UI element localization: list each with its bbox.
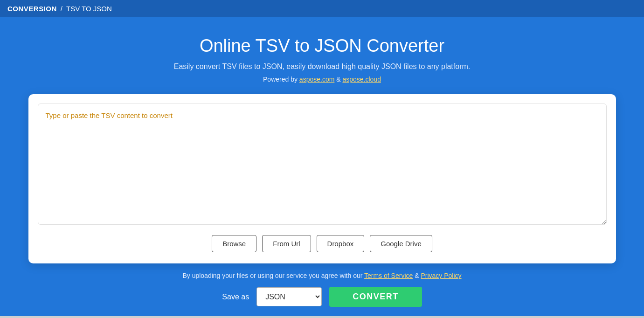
convert-row: Save as JSONXMLCSVXLSX CONVERT [222,287,422,307]
browse-button[interactable]: Browse [212,235,256,252]
save-as-label: Save as [222,293,249,301]
google-drive-button[interactable]: Google Drive [370,235,432,252]
aspose-com-link[interactable]: aspose.com [299,76,334,83]
powered-by-text: Powered by aspose.com & aspose.cloud [263,76,381,83]
upload-buttons-row: Browse From Url Dropbox Google Drive [38,235,607,252]
format-select[interactable]: JSONXMLCSVXLSX [256,287,322,306]
aspose-cloud-link[interactable]: aspose.cloud [342,76,381,83]
dropbox-button[interactable]: Dropbox [317,235,365,252]
top-bar: CONVERSION / TSV TO JSON [0,0,644,17]
privacy-link[interactable]: Privacy Policy [421,272,461,279]
breadcrumb-current: TSV TO JSON [66,5,112,13]
main-content: Online TSV to JSON Converter Easily conv… [0,17,644,316]
from-url-button[interactable]: From Url [262,235,311,252]
terms-row: By uploading your files or using our ser… [182,272,461,279]
powered-by-prefix: Powered by [263,76,299,83]
footer-bar: Processed Files 13803338 Uploaded 655739… [0,316,644,318]
ampersand: & [336,76,342,83]
tos-link[interactable]: Terms of Service [364,272,413,279]
convert-button[interactable]: CONVERT [329,287,422,307]
terms-ampersand: & [415,272,421,279]
breadcrumb-separator: / [61,5,62,13]
terms-prefix: By uploading your files or using our ser… [182,272,364,279]
page-title: Online TSV to JSON Converter [200,36,444,56]
tsv-input[interactable] [38,104,607,225]
converter-card: Browse From Url Dropbox Google Drive [28,94,616,263]
breadcrumb-conversion[interactable]: CONVERSION [7,5,57,13]
page-subtitle: Easily convert TSV files to JSON, easily… [174,62,471,71]
